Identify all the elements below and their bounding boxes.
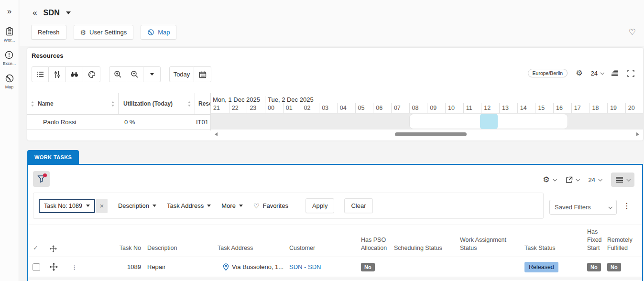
list-view-icon [616, 177, 623, 183]
fullscreen-icon[interactable] [627, 70, 634, 77]
column-header-description: Description [141, 244, 214, 252]
filter-dropdown-label: More [221, 202, 236, 209]
chevron-down-icon [239, 205, 243, 207]
calendar-icon [199, 71, 207, 78]
gantt-hours-dropdown[interactable]: 24 [591, 70, 603, 77]
sidebar-expand-icon[interactable]: » [7, 7, 11, 16]
hour-label: 20 [625, 103, 644, 113]
column-header-remotely-fulfilled: Remotely Fulfilled [603, 236, 642, 252]
remove-filter-button[interactable]: × [96, 199, 108, 213]
hour-label: 16 [553, 103, 571, 113]
tab-work-tasks[interactable]: WORK TASKS [27, 150, 79, 164]
cell-task-address[interactable]: Via Bussoleno, 1... [214, 263, 285, 271]
column-label: Reso [198, 100, 210, 107]
column-header-work-assignment-status: Work Assignment Status [456, 236, 521, 252]
hour-label: 00 [265, 103, 283, 113]
filter-dropdown-more[interactable]: More [221, 202, 243, 209]
sidebar-item-label: Exce... [3, 61, 16, 66]
sidebar-item-map[interactable]: Map [5, 74, 14, 89]
globe-icon [147, 29, 154, 36]
resource-find-button[interactable] [66, 66, 83, 82]
zoom-out-button[interactable] [126, 66, 143, 82]
filter-button[interactable] [33, 171, 50, 187]
row-menu-kebab-icon[interactable]: ⋮ [65, 263, 83, 270]
gantt-date-label: Tue, 2 Dec 2025 [265, 96, 643, 103]
export-dropdown[interactable] [566, 176, 579, 184]
filter-dropdown-label: Task Address [167, 202, 204, 209]
left-sidebar: » Wor... Exce... Map [0, 0, 19, 281]
filter-options-kebab-icon[interactable]: ⋮ [623, 201, 631, 210]
saved-filters-select[interactable]: Saved Filters [549, 200, 617, 215]
apply-button[interactable]: Apply [306, 198, 335, 213]
scroll-right-icon[interactable] [636, 132, 639, 136]
list-icon [36, 71, 44, 78]
clear-label: Clear [351, 202, 366, 209]
refresh-button[interactable]: Refresh [31, 25, 66, 40]
chevron-down-icon [626, 177, 630, 181]
scroll-left-icon[interactable] [215, 132, 218, 136]
task-status-badge: Released [524, 262, 558, 272]
globe-icon [5, 74, 14, 83]
column-header-utilization[interactable]: Utilization (Today) [118, 93, 195, 114]
today-button[interactable]: Today [169, 66, 194, 82]
zoom-in-button[interactable] [109, 66, 126, 82]
collapse-back-icon[interactable]: « [33, 8, 37, 18]
active-filter-chip[interactable]: Task No: 1089 [39, 199, 95, 213]
hour-label: 04 [337, 103, 355, 113]
sidebar-item-work-tasks[interactable]: Wor... [4, 27, 15, 43]
color-legend-button[interactable] [83, 66, 100, 82]
column-header-resource[interactable]: Reso [195, 93, 210, 114]
column-header-task-address: Task Address [214, 244, 285, 252]
favorites-button[interactable]: ♡ Favorites [253, 202, 288, 210]
page-title-dropdown-caret-icon[interactable] [66, 11, 71, 14]
scrollbar-thumb[interactable] [395, 132, 467, 136]
select-all-checkmark-icon[interactable]: ✓ [28, 244, 45, 252]
column-header-customer: Customer [285, 244, 357, 252]
row-density-icon[interactable] [611, 70, 619, 77]
zoom-out-icon [131, 70, 139, 78]
gear-icon: ⚙ [80, 29, 87, 36]
user-settings-button[interactable]: ⚙ User Settings [74, 25, 134, 40]
sidebar-item-label: Map [5, 85, 14, 89]
date-picker-button[interactable] [194, 66, 211, 82]
chevron-down-icon [150, 73, 154, 76]
row-drag-handle-icon[interactable] [45, 263, 65, 271]
zoom-preset-dropdown-button[interactable] [143, 66, 161, 82]
column-header-task-status: Task Status [521, 244, 583, 252]
resource-list-view-button[interactable] [32, 66, 49, 82]
heart-icon: ♡ [253, 202, 260, 210]
page-size-dropdown[interactable]: 24 [589, 176, 601, 184]
favorite-page-heart-icon[interactable]: ♡ [629, 27, 636, 37]
sliders-icon [54, 71, 61, 78]
map-button[interactable]: Map [141, 25, 176, 40]
zoom-in-icon [114, 70, 122, 78]
resource-filter-settings-button[interactable] [49, 66, 66, 82]
chevron-down-icon [553, 177, 557, 181]
gantt-scrollbar[interactable] [215, 131, 639, 138]
row-checkbox[interactable] [33, 263, 40, 271]
sort-arrows-icon [31, 101, 34, 107]
sidebar-item-exceptions[interactable]: Exce... [3, 50, 16, 66]
column-header-name[interactable]: Name [27, 93, 118, 114]
chevron-down-icon [576, 177, 579, 181]
table-settings-dropdown[interactable]: ⚙ [543, 176, 556, 184]
reorder-column-icon [45, 245, 65, 252]
filter-dropdown-description[interactable]: Description [118, 202, 156, 209]
clear-button[interactable]: Clear [344, 198, 372, 213]
chevron-down-icon [207, 205, 211, 207]
cell-customer-link[interactable]: SDN - SDN [285, 263, 357, 270]
resource-row[interactable]: Paolo Rossi 0 % IT01 [27, 114, 210, 130]
view-mode-dropdown[interactable] [611, 173, 634, 187]
filter-dropdown-task-address[interactable]: Task Address [167, 202, 211, 209]
timezone-badge[interactable]: Europe/Berlin [528, 69, 568, 77]
column-header-task-no: Task No [83, 244, 141, 252]
column-label: Name [38, 100, 54, 107]
active-filter-label: Task No: 1089 [44, 203, 82, 209]
gantt-settings-gear-icon[interactable]: ⚙ [576, 69, 582, 77]
alert-circle-icon [4, 50, 14, 60]
binoculars-icon [70, 71, 78, 77]
table-row[interactable]: ⋮ 1089 Repair Via Bussoleno, 1... SDN - … [28, 257, 642, 277]
resources-panel: Resources [27, 48, 643, 140]
gantt-lane[interactable] [211, 114, 643, 130]
hour-label: 10 [445, 103, 463, 113]
